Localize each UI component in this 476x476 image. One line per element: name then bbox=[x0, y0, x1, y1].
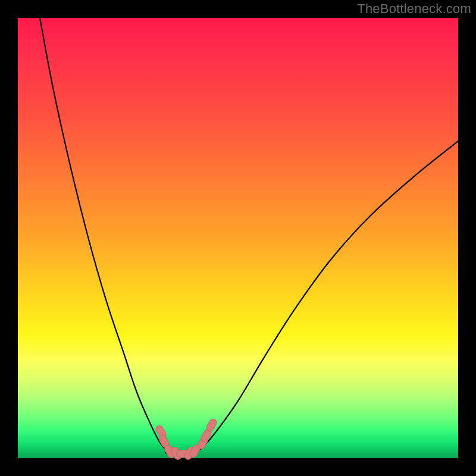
marker-layer bbox=[155, 418, 218, 461]
series-left-curve bbox=[40, 18, 172, 454]
series-right-curve bbox=[194, 141, 458, 453]
curve-layer bbox=[40, 18, 458, 455]
outer-black-frame: TheBottleneck.com bbox=[0, 0, 476, 476]
chart-svg bbox=[0, 0, 476, 476]
